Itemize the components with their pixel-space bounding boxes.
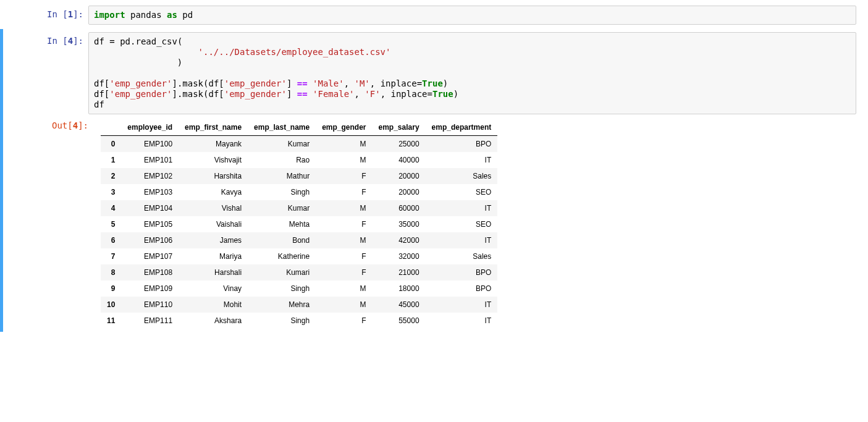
table-row: 4EMP104VishalKumarM60000IT xyxy=(101,200,497,216)
dataframe-cell: 21000 xyxy=(373,264,426,281)
dataframe-table: employee_idemp_first_nameemp_last_nameem… xyxy=(101,119,497,329)
table-row: 3EMP103KavyaSinghF20000SEO xyxy=(101,184,497,200)
dataframe-cell: F xyxy=(316,264,372,281)
dataframe-cell: M xyxy=(316,297,372,313)
dataframe-cell: 20000 xyxy=(373,184,426,200)
dataframe-cell: 35000 xyxy=(373,216,426,232)
code-input[interactable]: import pandas as pd xyxy=(88,6,856,25)
dataframe-column-header: emp_last_name xyxy=(248,119,316,136)
dataframe-cell: Katherine xyxy=(248,248,316,264)
dataframe-cell: EMP102 xyxy=(121,168,179,184)
output-area: Out[4]: employee_idemp_first_nameemp_las… xyxy=(88,117,856,329)
dataframe-cell: BPO xyxy=(426,264,498,281)
dataframe-cell: EMP108 xyxy=(121,264,179,281)
table-row: 8EMP108HarshaliKumariF21000BPO xyxy=(101,264,497,281)
dataframe-row-index: 5 xyxy=(101,216,121,232)
dataframe-cell: Mayank xyxy=(179,136,248,153)
cell-content: df = pd.read_csv( '../../Datasets/employ… xyxy=(88,32,865,329)
dataframe-cell: IT xyxy=(426,297,498,313)
dataframe-cell: Harshali xyxy=(179,264,248,281)
dataframe-cell: Sales xyxy=(426,248,498,264)
dataframe-cell: SEO xyxy=(426,184,498,200)
dataframe-corner xyxy=(101,119,121,136)
dataframe-cell: 20000 xyxy=(373,168,426,184)
dataframe-cell: M xyxy=(316,232,372,248)
dataframe-cell: M xyxy=(316,200,372,216)
dataframe-cell: F xyxy=(316,168,372,184)
prompt-label: Out xyxy=(52,120,67,130)
dataframe-cell: Vaishali xyxy=(179,216,248,232)
dataframe-cell: EMP103 xyxy=(121,184,179,200)
dataframe-cell: IT xyxy=(426,232,498,248)
dataframe-cell: IT xyxy=(426,313,498,329)
dataframe-cell: 18000 xyxy=(373,281,426,297)
dataframe-cell: EMP109 xyxy=(121,281,179,297)
dataframe-row-index: 6 xyxy=(101,232,121,248)
dataframe-cell: Singh xyxy=(248,184,316,200)
dataframe-cell: James xyxy=(179,232,248,248)
dataframe-cell: Mathur xyxy=(248,168,316,184)
dataframe-cell: Akshara xyxy=(179,313,248,329)
dataframe-row-index: 11 xyxy=(101,313,121,329)
dataframe-column-header: emp_department xyxy=(426,119,498,136)
dataframe-row-index: 4 xyxy=(101,200,121,216)
dataframe-cell: BPO xyxy=(426,281,498,297)
dataframe-row-index: 1 xyxy=(101,152,121,168)
dataframe-cell: F xyxy=(316,248,372,264)
dataframe-cell: IT xyxy=(426,200,498,216)
dataframe-cell: EMP106 xyxy=(121,232,179,248)
dataframe-row-index: 8 xyxy=(101,264,121,281)
table-row: 0EMP100MayankKumarM25000BPO xyxy=(101,136,497,153)
prompt-number: 1 xyxy=(68,9,73,19)
table-row: 9EMP109VinaySinghM18000BPO xyxy=(101,281,497,297)
dataframe-row-index: 9 xyxy=(101,281,121,297)
dataframe-cell: Harshita xyxy=(179,168,248,184)
prompt-label: In xyxy=(47,9,57,19)
dataframe-head: employee_idemp_first_nameemp_last_nameem… xyxy=(101,119,497,136)
dataframe-column-header: emp_first_name xyxy=(179,119,248,136)
dataframe-cell: Vishvajit xyxy=(179,152,248,168)
dataframe-cell: Mariya xyxy=(179,248,248,264)
code-cell[interactable]: In [1]: import pandas as pd xyxy=(3,2,868,28)
dataframe-cell: 60000 xyxy=(373,200,426,216)
table-row: 5EMP105VaishaliMehtaF35000SEO xyxy=(101,216,497,232)
dataframe-cell: 40000 xyxy=(373,152,426,168)
dataframe-column-header: employee_id xyxy=(121,119,179,136)
dataframe-cell: M xyxy=(316,136,372,153)
dataframe-cell: EMP111 xyxy=(121,313,179,329)
dataframe-column-header: emp_gender xyxy=(316,119,372,136)
dataframe-cell: BPO xyxy=(426,136,498,153)
dataframe-cell: 32000 xyxy=(373,248,426,264)
dataframe-cell: Sales xyxy=(426,168,498,184)
dataframe-row-index: 7 xyxy=(101,248,121,264)
prompt-number: 4 xyxy=(68,36,73,46)
dataframe-cell: M xyxy=(316,281,372,297)
dataframe-cell: Singh xyxy=(248,313,316,329)
dataframe-cell: 45000 xyxy=(373,297,426,313)
dataframe-cell: Kavya xyxy=(179,184,248,200)
table-row: 2EMP102HarshitaMathurF20000Sales xyxy=(101,168,497,184)
table-row: 6EMP106JamesBondM42000IT xyxy=(101,232,497,248)
dataframe-cell: IT xyxy=(426,152,498,168)
dataframe-row-index: 0 xyxy=(101,136,121,153)
cell-content: import pandas as pd xyxy=(88,6,865,25)
dataframe-cell: Rao xyxy=(248,152,316,168)
dataframe-cell: F xyxy=(316,313,372,329)
dataframe-cell: M xyxy=(316,152,372,168)
code-cell-selected[interactable]: In [4]: df = pd.read_csv( '../../Dataset… xyxy=(0,29,868,332)
dataframe-cell: EMP101 xyxy=(121,152,179,168)
dataframe-row-index: 3 xyxy=(101,184,121,200)
prompt-number: 4 xyxy=(73,120,78,130)
dataframe-row-index: 2 xyxy=(101,168,121,184)
code-input[interactable]: df = pd.read_csv( '../../Datasets/employ… xyxy=(88,32,856,114)
dataframe-cell: 42000 xyxy=(373,232,426,248)
dataframe-row-index: 10 xyxy=(101,297,121,313)
dataframe-cell: 25000 xyxy=(373,136,426,153)
dataframe-cell: Mehta xyxy=(248,216,316,232)
dataframe-cell: Bond xyxy=(248,232,316,248)
dataframe-cell: Vinay xyxy=(179,281,248,297)
dataframe-cell: Kumar xyxy=(248,136,316,153)
dataframe-cell: Singh xyxy=(248,281,316,297)
output-content: employee_idemp_first_nameemp_last_nameem… xyxy=(93,117,856,329)
dataframe-cell: EMP105 xyxy=(121,216,179,232)
